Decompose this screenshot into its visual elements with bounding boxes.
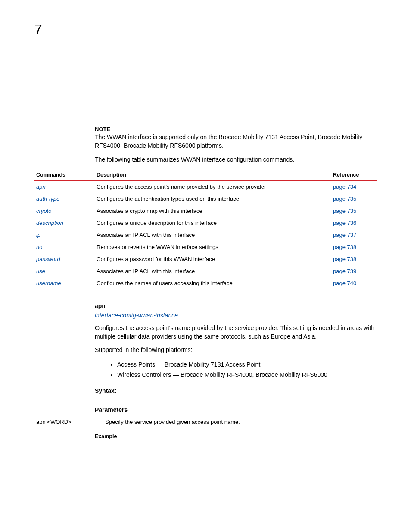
- parameters-heading: Parameters: [95, 406, 377, 413]
- cmd-desc: Configures a password for this WWAN inte…: [95, 253, 331, 265]
- cmd-link-ip[interactable]: ip: [36, 232, 40, 238]
- ref-link[interactable]: page 738: [333, 244, 356, 250]
- table-row: apn <WORD> Specify the service provided …: [34, 416, 377, 428]
- ref-link[interactable]: page 735: [333, 208, 356, 214]
- cmd-link-crypto[interactable]: crypto: [36, 208, 51, 214]
- ref-link[interactable]: page 739: [333, 268, 356, 274]
- cmd-link-description[interactable]: description: [36, 220, 63, 226]
- cmd-link-auth-type[interactable]: auth-type: [36, 196, 59, 202]
- table-row: password Configures a password for this …: [34, 253, 377, 265]
- cmd-desc: Associates an IP ACL with this interface: [95, 229, 331, 241]
- table-row: no Removes or reverts the WWAN interface…: [34, 241, 377, 253]
- cmd-link-use[interactable]: use: [36, 268, 45, 274]
- table-row: auth-type Configures the authentication …: [34, 193, 377, 205]
- cmd-link-no[interactable]: no: [36, 244, 42, 250]
- th-description: Description: [95, 169, 331, 181]
- table-row: description Configures a unique descript…: [34, 217, 377, 229]
- table-row: apn Configures the access point's name p…: [34, 181, 377, 193]
- note-body: The WWAN interface is supported only on …: [95, 133, 377, 150]
- page-number: 7: [34, 22, 377, 37]
- apn-heading: apn: [95, 302, 377, 309]
- apn-body: Configures the access point's name provi…: [95, 324, 377, 341]
- param-desc: Specify the service provided given acces…: [103, 416, 377, 428]
- ref-link[interactable]: page 737: [333, 232, 356, 238]
- cmd-desc: Configures the authentication types used…: [95, 193, 331, 205]
- ref-link[interactable]: page 735: [333, 196, 356, 202]
- cmd-desc: Configures the access point's name provi…: [95, 181, 331, 193]
- commands-table: Commands Description Reference apn Confi…: [34, 169, 377, 289]
- cmd-desc: Associates an IP ACL with this interface: [95, 265, 331, 277]
- parameters-table: apn <WORD> Specify the service provided …: [34, 416, 377, 428]
- table-row: use Associates an IP ACL with this inter…: [34, 265, 377, 277]
- cmd-link-password[interactable]: password: [36, 256, 60, 262]
- param-name: apn <WORD>: [34, 416, 103, 428]
- ref-link[interactable]: page 740: [333, 280, 356, 286]
- list-item: Access Points — Brocade Mobility 7131 Ac…: [117, 360, 377, 370]
- th-commands: Commands: [34, 169, 95, 181]
- table-row: crypto Associates a crypto map with this…: [34, 205, 377, 217]
- ref-link[interactable]: page 734: [333, 184, 356, 190]
- syntax-heading: Syntax:: [95, 387, 377, 394]
- note-label: NOTE: [95, 126, 377, 132]
- cmd-desc: Configures the names of users accessing …: [95, 277, 331, 289]
- list-item: Wireless Controllers — Brocade Mobility …: [117, 370, 377, 380]
- interface-config-link[interactable]: interface-config-wwan-instance: [95, 312, 377, 319]
- cmd-desc: Configures a unique description for this…: [95, 217, 331, 229]
- platforms-list: Access Points — Brocade Mobility 7131 Ac…: [117, 360, 377, 380]
- table-row: ip Associates an IP ACL with this interf…: [34, 229, 377, 241]
- intro-text: The following table summarizes WWAN inte…: [95, 156, 377, 163]
- cmd-link-apn[interactable]: apn: [36, 184, 46, 190]
- cmd-link-username[interactable]: username: [36, 280, 61, 286]
- ref-link[interactable]: page 738: [333, 256, 356, 262]
- cmd-desc: Associates a crypto map with this interf…: [95, 205, 331, 217]
- th-reference: Reference: [331, 169, 377, 181]
- supported-intro: Supported in the following platforms:: [95, 346, 377, 355]
- ref-link[interactable]: page 736: [333, 220, 356, 226]
- cmd-desc: Removes or reverts the WWAN interface se…: [95, 241, 331, 253]
- example-heading: Example: [95, 433, 377, 439]
- note-rule: [95, 124, 377, 124]
- table-row: username Configures the names of users a…: [34, 277, 377, 289]
